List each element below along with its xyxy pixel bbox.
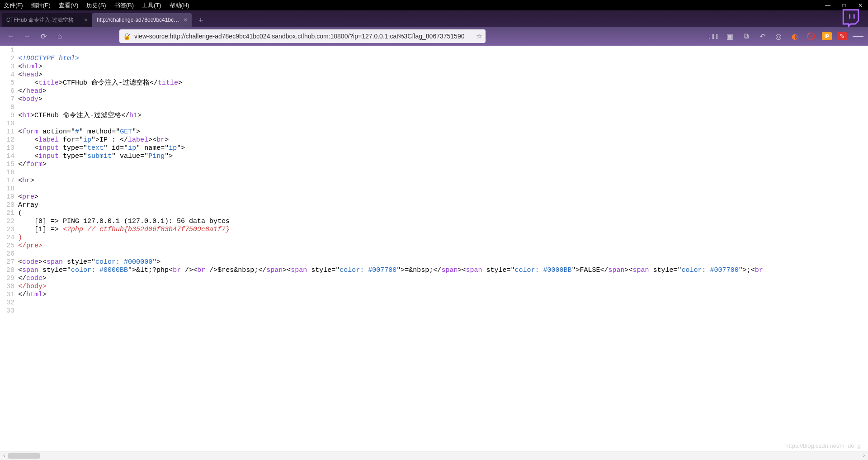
line-code: </code>	[18, 275, 47, 283]
menu-item[interactable]: 文件(F)	[4, 1, 23, 9]
source-line: 33	[0, 307, 868, 315]
app-menu-icon[interactable]	[853, 31, 863, 42]
line-code: <input type="text" id="ip" name="ip">	[18, 144, 185, 152]
line-code: <label for="ip">IP : </label><br>	[18, 136, 169, 144]
line-number: 2	[0, 55, 18, 63]
line-number: 12	[0, 136, 18, 144]
line-number: 29	[0, 275, 18, 283]
line-code: [0] => PING 127.0.0.1 (127.0.0.1): 56 da…	[18, 218, 230, 226]
close-icon[interactable]: ×	[184, 16, 187, 24]
scroll-right-icon[interactable]: ›	[860, 453, 868, 459]
line-code: <head>	[18, 71, 42, 79]
source-line: 21(	[0, 209, 868, 218]
browser-tab-strip: CTFHub 命令注入-过滤空格 × http://challenge-ad78…	[0, 10, 868, 27]
source-line: 27<code><span style="color: #000000">	[0, 258, 868, 266]
line-code: <pre>	[18, 193, 38, 201]
line-code: )	[18, 234, 22, 242]
source-line: 6</head>	[0, 87, 868, 95]
horizontal-scrollbar[interactable]: ‹ ›	[0, 451, 868, 460]
line-code: <h1>CTFHub 命令注入-过滤空格</h1>	[18, 112, 142, 120]
line-number: 7	[0, 95, 18, 104]
tab-label: http://challenge-ad78ec9bc41bc…	[97, 17, 179, 23]
line-number: 3	[0, 63, 18, 71]
line-number: 30	[0, 283, 18, 291]
address-bar[interactable]: 🔒̸ view-source:http://challenge-ad78ec9b…	[119, 29, 486, 43]
line-code: </body>	[18, 283, 47, 291]
source-line: 18	[0, 185, 868, 193]
library-icon[interactable]: ⫿⫿⫿	[708, 31, 719, 42]
browser-tab-active[interactable]: http://challenge-ad78ec9bc41bc… ×	[92, 13, 192, 27]
source-line: 16	[0, 169, 868, 177]
screenshot-icon[interactable]: ⧉	[741, 31, 751, 42]
watermark-text: https://blog.csdn.net/m_de_g	[785, 442, 861, 449]
bookmark-star-icon[interactable]: ☆	[476, 32, 482, 40]
source-line: 13 <input type="text" id="ip" name="ip">	[0, 144, 868, 152]
insecure-lock-icon: 🔒̸	[123, 33, 131, 40]
line-code: <!DOCTYPE html>	[18, 55, 79, 63]
source-line: 17<hr>	[0, 177, 868, 185]
line-number: 5	[0, 79, 18, 87]
menu-item[interactable]: 工具(T)	[142, 1, 161, 9]
source-line: 3<html>	[0, 63, 868, 71]
menu-item[interactable]: 编辑(E)	[31, 1, 51, 9]
line-number: 11	[0, 128, 18, 136]
line-code: <span style="color: #0000BB">&lt;?php<br…	[18, 266, 763, 275]
line-number: 27	[0, 258, 18, 266]
scroll-thumb[interactable]	[8, 453, 40, 459]
menu-item[interactable]: 查看(V)	[59, 1, 78, 9]
home-icon[interactable]: ⌂	[53, 30, 66, 43]
line-code: <form action="#" method="GET">	[18, 128, 140, 136]
source-line: 1	[0, 47, 868, 55]
scroll-left-icon[interactable]: ‹	[0, 453, 8, 459]
source-line: 22 [0] => PING 127.0.0.1 (127.0.0.1): 56…	[0, 218, 868, 226]
source-line: 2<!DOCTYPE html>	[0, 55, 868, 63]
line-code: [1] => <?php // ctfhub{b352d06f83b47f750…	[18, 226, 230, 234]
line-number: 18	[0, 185, 18, 193]
scroll-track[interactable]	[8, 453, 860, 459]
line-number: 20	[0, 201, 18, 209]
line-number: 8	[0, 104, 18, 112]
app-menubar: 文件(F) 编辑(E) 查看(V) 历史(S) 书签(B) 工具(T) 帮助(H…	[0, 0, 868, 10]
source-line: 8	[0, 104, 868, 112]
window-minimize-icon[interactable]: —	[824, 2, 832, 9]
sidebar-icon[interactable]: ▣	[724, 31, 735, 42]
source-line: 9<h1>CTFHub 命令注入-过滤空格</h1>	[0, 112, 868, 120]
source-line: 10	[0, 120, 868, 128]
undo-icon[interactable]: ↶	[757, 31, 768, 42]
robot-extension-icon[interactable]: ◎	[773, 31, 784, 42]
ip-extension-icon[interactable]: IP	[822, 32, 832, 40]
nav-forward-icon[interactable]: →	[21, 30, 33, 43]
line-code: <code><span style="color: #000000">	[18, 258, 160, 266]
noscript-icon[interactable]: 🚫	[806, 31, 816, 42]
reload-icon[interactable]: ⟳	[37, 30, 50, 43]
extension-icon[interactable]: ◐	[789, 31, 800, 42]
browser-tab[interactable]: CTFHub 命令注入-过滤空格 ×	[2, 13, 92, 27]
nav-back-icon[interactable]: ←	[5, 30, 17, 43]
line-code: <body>	[18, 95, 42, 104]
menu-item[interactable]: 历史(S)	[86, 1, 106, 9]
line-number: 6	[0, 87, 18, 95]
menu-item[interactable]: 书签(B)	[114, 1, 134, 9]
source-line: 30</body>	[0, 283, 868, 291]
line-number: 24	[0, 234, 18, 242]
source-line: 31</html>	[0, 291, 868, 299]
close-icon[interactable]: ×	[84, 16, 88, 24]
source-line: 15</form>	[0, 161, 868, 169]
source-line: 7<body>	[0, 95, 868, 104]
menu-item[interactable]: 帮助(H)	[170, 1, 189, 9]
new-tab-button[interactable]: +	[194, 14, 207, 27]
source-line: 29</code>	[0, 275, 868, 283]
line-number: 17	[0, 177, 18, 185]
source-line: 23 [1] => <?php // ctfhub{b352d06f83b47f…	[0, 226, 868, 234]
line-code: </html>	[18, 291, 47, 299]
page-source-view[interactable]: 12<!DOCTYPE html>3<html>4<head>5 <title>…	[0, 46, 868, 451]
source-line: 5 <title>CTFHub 命令注入-过滤空格</title>	[0, 79, 868, 87]
line-number: 4	[0, 71, 18, 79]
line-number: 31	[0, 291, 18, 299]
hackbar-extension-icon[interactable]: ✎	[837, 32, 847, 40]
line-number: 16	[0, 169, 18, 177]
line-number: 14	[0, 152, 18, 161]
source-line: 14 <input type="submit" value="Ping">	[0, 152, 868, 161]
line-code: (	[18, 209, 22, 218]
source-line: 20Array	[0, 201, 868, 209]
